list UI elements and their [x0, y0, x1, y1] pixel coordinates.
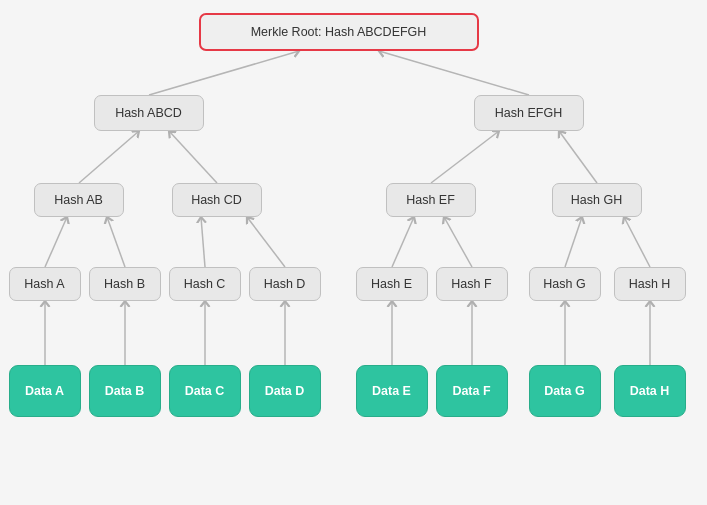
svg-line-10	[392, 217, 414, 267]
svg-line-12	[565, 217, 582, 267]
svg-line-9	[247, 217, 285, 267]
abcd-node: Hash ABCD	[94, 95, 204, 131]
de-node: Data E	[356, 365, 428, 417]
he-node: Hash E	[356, 267, 428, 301]
hc-node: Hash C	[169, 267, 241, 301]
dh-node: Data H	[614, 365, 686, 417]
ab-node: Hash AB	[34, 183, 124, 217]
svg-line-11	[444, 217, 472, 267]
db-node: Data B	[89, 365, 161, 417]
hf-node: Hash F	[436, 267, 508, 301]
arrows-svg	[4, 5, 704, 500]
ha-node: Hash A	[9, 267, 81, 301]
svg-line-1	[379, 51, 529, 95]
dg-node: Data G	[529, 365, 601, 417]
cd-node: Hash CD	[172, 183, 262, 217]
hg-node: Hash G	[529, 267, 601, 301]
efgh-node: Hash EFGH	[474, 95, 584, 131]
svg-line-7	[107, 217, 125, 267]
svg-line-4	[431, 131, 499, 183]
svg-line-0	[149, 51, 299, 95]
hh-node: Hash H	[614, 267, 686, 301]
hb-node: Hash B	[89, 267, 161, 301]
df-node: Data F	[436, 365, 508, 417]
svg-line-13	[624, 217, 650, 267]
da-node: Data A	[9, 365, 81, 417]
svg-line-6	[45, 217, 67, 267]
merkle-tree-diagram: Merkle Root: Hash ABCDEFGH Hash ABCD Has…	[4, 5, 704, 500]
dd-node: Data D	[249, 365, 321, 417]
svg-line-8	[201, 217, 205, 267]
svg-line-2	[79, 131, 139, 183]
svg-line-3	[169, 131, 217, 183]
gh-node: Hash GH	[552, 183, 642, 217]
root-label: Merkle Root: Hash ABCDEFGH	[251, 25, 427, 39]
svg-line-5	[559, 131, 597, 183]
dc-node: Data C	[169, 365, 241, 417]
root-node: Merkle Root: Hash ABCDEFGH	[199, 13, 479, 51]
hd-node: Hash D	[249, 267, 321, 301]
ef-node: Hash EF	[386, 183, 476, 217]
